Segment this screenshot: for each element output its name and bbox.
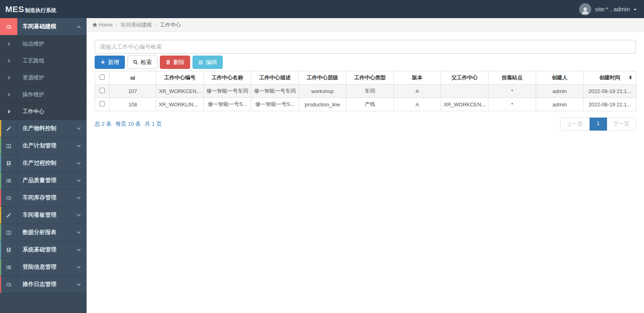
sidebar-subitem-resource-maintenance[interactable]: 资源维护	[0, 69, 87, 86]
page-size-dropdown[interactable]: 每页 10 条	[116, 121, 141, 127]
sidebar-item-production-material-control[interactable]: 生产物料控制	[0, 120, 87, 137]
pagination-controls: 上一页 1 下一页	[560, 117, 636, 131]
sidebar-subitem-label: 站点维护	[17, 35, 87, 52]
row-select-cell	[95, 85, 110, 98]
sidebar-item-product-quality-management[interactable]: 产品质量管理	[0, 172, 87, 189]
cell-parent	[441, 85, 489, 98]
breadcrumb-current: 工作中心	[160, 21, 181, 29]
sidebar-subitem-process-route[interactable]: 工艺路线	[0, 52, 87, 69]
accent-strip	[0, 276, 1, 293]
prev-page-button[interactable]: 上一页	[561, 118, 589, 131]
cell-parent: XR_WORKCEN...	[441, 98, 489, 111]
row-checkbox[interactable]	[99, 101, 105, 106]
book-icon	[0, 241, 17, 258]
cell-id: 107	[110, 85, 156, 98]
sidebar-subitem-station-maintenance[interactable]: 站点维护	[0, 35, 87, 52]
breadcrumb-workshop-basic-modeling[interactable]: 车间基础建模	[120, 21, 152, 29]
sidebar-subitem-work-center[interactable]: 工作中心	[0, 103, 87, 120]
sidebar-item-label: 生产过程控制	[17, 155, 77, 172]
chevron-down-icon	[77, 195, 81, 199]
sidebar-item-workshop-inventory-management[interactable]: 车间库存管理	[0, 189, 87, 207]
select-all-checkbox[interactable]	[99, 75, 105, 80]
column-header-parent: 父工作中心	[441, 71, 489, 85]
sidebar-item-label: 生产计划管理	[17, 137, 77, 154]
accent-strip	[0, 241, 1, 258]
user-dropdown[interactable]: site:* , admin	[579, 3, 637, 15]
columns-icon	[0, 137, 17, 154]
page-1-button[interactable]: 1	[589, 118, 607, 131]
accent-strip	[0, 120, 1, 137]
accent-strip	[0, 137, 1, 154]
cell-name: 修一智能一号车间	[204, 85, 251, 98]
add-button-label: 新增	[108, 59, 119, 66]
content-area: 新增 检索 删除 编辑	[87, 32, 644, 131]
sidebar-item-workshop-kanban-management[interactable]: 车间看板管理	[0, 207, 87, 224]
accent-strip	[0, 224, 1, 241]
chevron-down-icon	[77, 161, 81, 165]
table-header-row: id 工作中心编号 工作中心名称 工作中心描述 工作中心层级 工作中心类型 版本…	[95, 71, 636, 85]
sidebar-item-workshop-basic-modeling[interactable]: 车间基础建模	[0, 18, 87, 35]
sidebar-item-system-basic-management[interactable]: 系统基础管理	[0, 241, 87, 259]
column-header-version: 版本	[394, 71, 441, 85]
plus-icon	[100, 60, 106, 65]
edit-icon	[198, 60, 203, 65]
search-button[interactable]: 检索	[127, 56, 157, 69]
sidebar-subitem-label: 操作维护	[17, 86, 87, 103]
pagination-summary: 总 2 条 每页 10 条 共 1 页	[95, 120, 164, 128]
search-input[interactable]	[95, 40, 636, 54]
cell-created-time: 2022-08-19 21:1...	[584, 85, 636, 98]
accent-strip	[0, 172, 1, 189]
breadcrumb-home[interactable]: Home	[99, 22, 113, 28]
accent-strip	[0, 155, 1, 172]
button-toolbar: 新增 检索 删除 编辑	[95, 56, 636, 69]
avatar	[579, 3, 591, 15]
next-page-button[interactable]: 下一页	[607, 118, 636, 131]
chevron-up-icon	[77, 25, 81, 29]
cell-type: 产线	[346, 98, 394, 111]
sidebar-item-operation-log-management[interactable]: 操作日志管理	[0, 276, 87, 293]
cell-version: A	[394, 98, 441, 111]
sidebar-item-production-plan-management[interactable]: 生产计划管理	[0, 137, 87, 155]
brand-bold: MES	[5, 4, 24, 14]
sidebar: 车间基础建模 站点维护 工艺路线 资源维护 操作维护 工作中心 生产物料控制 生…	[0, 18, 87, 313]
book-icon	[0, 155, 17, 172]
pencil-icon	[0, 120, 17, 137]
app-logo: MES 制造执行系统	[5, 4, 56, 14]
column-header-creator: 创建人	[536, 71, 584, 85]
column-header-name: 工作中心名称	[204, 71, 251, 85]
sidebar-item-label: 操作日志管理	[17, 276, 77, 293]
home-icon	[92, 22, 97, 27]
cell-creator: admin	[536, 85, 584, 98]
accent-strip	[0, 259, 1, 276]
edit-button[interactable]: 编辑	[193, 56, 223, 69]
cell-created-time: 2022-08-19 21:1...	[584, 98, 636, 111]
cell-level: workshop	[299, 85, 346, 98]
add-button[interactable]: 新增	[95, 56, 125, 69]
sidebar-subitem-label: 资源维护	[17, 69, 87, 86]
table-row[interactable]: 108 XR_WORKLINE... 修一智能一号S... 修一智能一号S...…	[95, 98, 636, 111]
work-center-table-wrap: id 工作中心编号 工作中心名称 工作中心描述 工作中心层级 工作中心类型 版本…	[95, 71, 636, 111]
chevron-right-icon	[0, 86, 17, 103]
sidebar-item-label: 产品质量管理	[17, 172, 77, 189]
sidebar-item-data-analysis-report[interactable]: 数据分析报表	[0, 224, 87, 241]
cell-station: *	[489, 98, 536, 111]
pin-icon[interactable]	[628, 76, 633, 80]
chevron-down-icon	[77, 265, 81, 269]
sidebar-item-login-info-management[interactable]: 登陆信息管理	[0, 259, 87, 276]
cell-creator: admin	[536, 98, 584, 111]
sidebar-item-production-process-control[interactable]: 生产过程控制	[0, 155, 87, 172]
sidebar-item-label: 数据分析报表	[17, 224, 77, 241]
row-checkbox[interactable]	[99, 88, 105, 93]
table-row[interactable]: 107 XR_WORKCEN... 修一智能一号车间 修一智能一号车间 work…	[95, 85, 636, 98]
sidebar-subitem-operation-maintenance[interactable]: 操作维护	[0, 86, 87, 103]
chevron-right-icon	[0, 52, 17, 69]
chevron-down-icon	[77, 230, 81, 234]
search-button-label: 检索	[141, 59, 152, 66]
cell-level: production_line	[299, 98, 346, 111]
delete-button[interactable]: 删除	[160, 56, 190, 69]
cell-code: XR_WORKCEN...	[156, 85, 204, 98]
cell-type: 车间	[346, 85, 394, 98]
cell-station: *	[489, 85, 536, 98]
column-header-level: 工作中心层级	[299, 71, 346, 85]
pagination-row: 总 2 条 每页 10 条 共 1 页 上一页 1 下一页	[95, 117, 636, 131]
